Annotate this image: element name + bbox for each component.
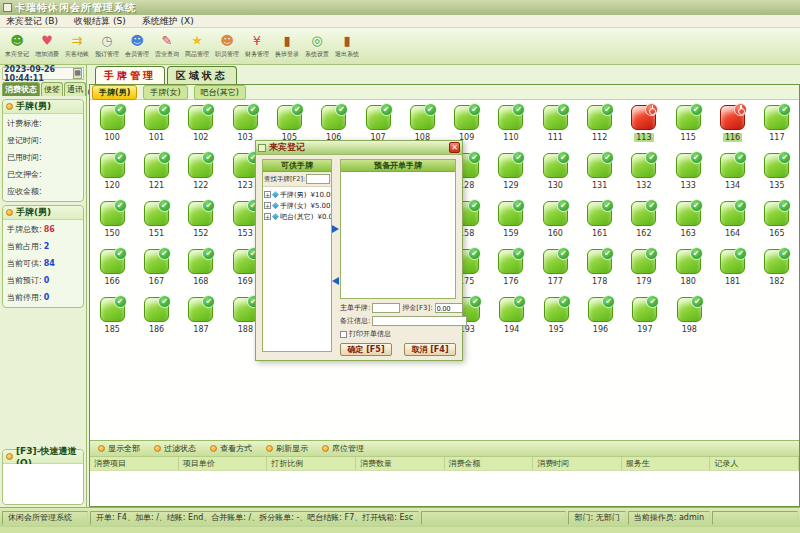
hand-tag-194[interactable]: ✔194 — [490, 294, 534, 342]
toolbar-member-button[interactable]: ☻会员管理 — [122, 29, 152, 63]
hand-tag-163[interactable]: ✔163 — [666, 198, 710, 246]
hand-tag-195[interactable]: ✔195 — [534, 294, 578, 342]
toolbar-exit-door-button[interactable]: ▮退出系统 — [332, 29, 362, 63]
hand-tag-165[interactable]: ✔165 — [755, 198, 799, 246]
hand-tag-185[interactable]: ✔185 — [90, 294, 134, 342]
toolbar-staff-button[interactable]: ☻职员管理 — [212, 29, 242, 63]
move-left-arrow[interactable] — [332, 277, 339, 285]
hand-tag-152[interactable]: ✔152 — [179, 198, 223, 246]
hand-tag-166[interactable]: ✔166 — [90, 246, 134, 294]
hand-tag-162[interactable]: ✔162 — [622, 198, 666, 246]
hand-tag-113[interactable]: 113 — [622, 102, 666, 150]
toolbar-shift-login-door-button[interactable]: ▮换班登录 — [272, 29, 302, 63]
cancel-button[interactable]: 取消 [F4] — [404, 343, 456, 356]
hand-tag-176[interactable]: ✔176 — [489, 246, 533, 294]
hand-tag-131[interactable]: ✔131 — [577, 150, 621, 198]
tag-tree: +手牌(男)¥10.00+手牌(女)¥5.00+吧台(其它)¥0.00 — [263, 187, 331, 351]
tag-search-input[interactable] — [306, 174, 330, 184]
move-right-arrow[interactable] — [332, 225, 339, 233]
tab-area-status[interactable]: 区域状态 — [167, 66, 237, 84]
hand-tag-130[interactable]: ✔130 — [533, 150, 577, 198]
action-item[interactable]: 席位管理 — [322, 443, 364, 454]
ok-button[interactable]: 确定 [F5] — [340, 343, 392, 356]
hand-tag-129[interactable]: ✔129 — [489, 150, 533, 198]
tab-tag-management[interactable]: 手牌管理 — [95, 66, 165, 84]
menu-item[interactable]: 系统维护 (X) — [142, 15, 194, 28]
hand-tag-112[interactable]: ✔112 — [577, 102, 621, 150]
action-item[interactable]: 过滤状态 — [154, 443, 196, 454]
deposit-input[interactable] — [435, 303, 463, 313]
hand-tag-121[interactable]: ✔121 — [134, 150, 178, 198]
toolbar-settings-button[interactable]: ◎系统设置 — [302, 29, 332, 63]
hand-tag-168[interactable]: ✔168 — [179, 246, 223, 294]
tag-free-icon: ✔ — [100, 249, 125, 274]
hand-tag-186[interactable]: ✔186 — [134, 294, 178, 342]
toolbar-finance-button[interactable]: ¥财务管理 — [242, 29, 272, 63]
toolbar-add-consume-button[interactable]: ♥增加消费 — [32, 29, 62, 63]
action-item[interactable]: 刷新显示 — [266, 443, 308, 454]
prepared-tags-list[interactable] — [341, 172, 455, 298]
hand-tag-167[interactable]: ✔167 — [134, 246, 178, 294]
hand-tag-117[interactable]: ✔117 — [755, 102, 799, 150]
hand-tag-102[interactable]: ✔102 — [179, 102, 223, 150]
expand-icon[interactable]: + — [264, 191, 271, 198]
tag-tree-item[interactable]: +手牌(女)¥5.00 — [264, 200, 330, 211]
hand-tag-135[interactable]: ✔135 — [755, 150, 799, 198]
sidebar-tab-inactive[interactable]: 通讯 — [64, 82, 86, 96]
hand-tag-164[interactable]: ✔164 — [710, 198, 754, 246]
expand-icon[interactable]: + — [264, 202, 271, 209]
toolbar-checkout-button[interactable]: ⇉宾客结账 — [62, 29, 92, 63]
hand-tag-197[interactable]: ✔197 — [623, 294, 667, 342]
dialog-titlebar[interactable]: 来宾登记 ✕ — [256, 141, 462, 155]
menu-item[interactable]: 来宾登记 (B) — [6, 15, 58, 28]
action-item[interactable]: 查看方式 — [210, 443, 252, 454]
hand-tag-133[interactable]: ✔133 — [666, 150, 710, 198]
hand-tag-134[interactable]: ✔134 — [710, 150, 754, 198]
hand-tag-116[interactable]: 116 — [710, 102, 754, 150]
subtab[interactable]: 吧台(其它) — [194, 85, 246, 100]
tag-tree-item[interactable]: +手牌(男)¥10.00 — [264, 189, 330, 200]
hand-tag-120[interactable]: ✔120 — [90, 150, 134, 198]
hand-tag-101[interactable]: ✔101 — [134, 102, 178, 150]
hand-tag-111[interactable]: ✔111 — [533, 102, 577, 150]
hand-tag-182[interactable]: ✔182 — [755, 246, 799, 294]
hand-tag-122[interactable]: ✔122 — [179, 150, 223, 198]
bullet-icon — [322, 445, 329, 452]
hand-tag-178[interactable]: ✔178 — [577, 246, 621, 294]
print-checkbox[interactable] — [340, 331, 347, 338]
toolbar-query-button[interactable]: ✎营业查询 — [152, 29, 182, 63]
hand-tag-132[interactable]: ✔132 — [622, 150, 666, 198]
expand-icon[interactable]: + — [264, 213, 271, 220]
hand-tag-150[interactable]: ✔150 — [90, 198, 134, 246]
hand-tag-115[interactable]: ✔115 — [666, 102, 710, 150]
hand-tag-151[interactable]: ✔151 — [134, 198, 178, 246]
hand-tag-179[interactable]: ✔179 — [622, 246, 666, 294]
note-input[interactable] — [372, 316, 467, 326]
hand-tag-177[interactable]: ✔177 — [533, 246, 577, 294]
sidebar-tab-active[interactable]: 消费状态 — [2, 82, 40, 96]
hand-tag-181[interactable]: ✔181 — [710, 246, 754, 294]
subtab[interactable]: 手牌(女) — [143, 85, 187, 100]
menu-item[interactable]: 收银结算 (S) — [74, 15, 126, 28]
toolbar-reservation-clock-button[interactable]: ◷预订管理 — [92, 29, 122, 63]
calendar-button[interactable]: ▦ — [73, 68, 82, 79]
hand-tag-187[interactable]: ✔187 — [179, 294, 223, 342]
hand-tag-180[interactable]: ✔180 — [666, 246, 710, 294]
hand-tag-161[interactable]: ✔161 — [577, 198, 621, 246]
quick-channel-header[interactable]: [F3]-快速通道(Q) — [3, 450, 83, 464]
hand-tag-159[interactable]: ✔159 — [489, 198, 533, 246]
hand-tag-198[interactable]: ✔198 — [667, 294, 711, 342]
toolbar-goods-star-button[interactable]: ★商品管理 — [182, 29, 212, 63]
toolbar-guest-register-button[interactable]: ☻来宾登记 — [2, 29, 32, 63]
sidebar-tab-inactive[interactable]: 便签 — [41, 82, 63, 96]
tag-tree-item[interactable]: +吧台(其它)¥0.00 — [264, 211, 330, 222]
main-tag-input[interactable] — [372, 303, 400, 313]
close-icon[interactable]: ✕ — [449, 142, 460, 153]
action-item[interactable]: 显示全部 — [98, 443, 140, 454]
hand-tag-100[interactable]: ✔100 — [90, 102, 134, 150]
subtab[interactable]: 手牌(男) — [92, 85, 137, 100]
hand-tag-110[interactable]: ✔110 — [489, 102, 533, 150]
hand-tag-160[interactable]: ✔160 — [533, 198, 577, 246]
query-icon: ✎ — [162, 33, 173, 49]
hand-tag-196[interactable]: ✔196 — [578, 294, 622, 342]
